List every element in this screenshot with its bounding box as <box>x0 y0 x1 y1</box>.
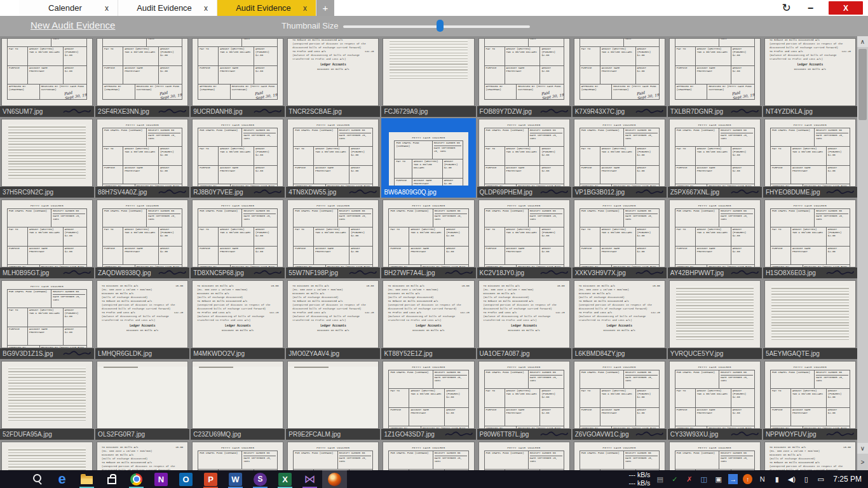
thumbnail-cell[interactable]: To Discount on Bills A/c15.00(Rs. 600 zo… <box>573 280 667 359</box>
thumbnail-cell[interactable]: FCJ6729A9.jpg <box>381 37 475 117</box>
battery-icon[interactable]: ▮ <box>772 474 782 484</box>
powerpoint-icon[interactable]: P <box>198 470 223 488</box>
word-icon[interactable]: W <box>223 470 248 488</box>
thumbnail-cell[interactable]: PETTY CASH VOUCHER FOR CHAPEL FUND (COMM… <box>763 199 857 278</box>
thumbnail-cell[interactable]: PETTY CASH VOUCHER FOR CHAPEL FUND (COMM… <box>286 118 380 198</box>
thumbnail-cell[interactable]: OLS2FG0R7.jpg <box>95 360 189 440</box>
thumbnail-cell[interactable]: To Discount on Bills A/c15.00(Rs. 600 zo… <box>381 280 475 359</box>
thumbnail-cell[interactable]: PETTY CASH VOUCHER FOR CHAPEL FUND (COMM… <box>286 441 380 470</box>
thumbnail-cell[interactable]: PETTY CASH VOUCHER FOR CHAPEL FUND (COMM… <box>191 441 285 470</box>
thumbnail-cell[interactable]: PETTY CASH VOUCHER FOR CHAPEL FUND (COMM… <box>668 360 762 440</box>
thumbnail-cell[interactable]: PETTY CASH VOUCHER FOR CHAPEL FUND (COMM… <box>191 199 285 278</box>
store-icon[interactable] <box>99 470 124 488</box>
thumbnail-cell[interactable]: YVRQUCE5YV.jpg <box>668 280 762 359</box>
thumbnail-cell[interactable]: PETTY CASH VOUCHER FOR CHAPEL FUND (COMM… <box>381 199 475 278</box>
clock[interactable]: 7:25 PM <box>833 475 862 484</box>
tab-audit-evidence-1[interactable]: Audit Evidence x <box>118 0 217 16</box>
vertical-scrollbar[interactable]: ∧ ∨ > <box>857 36 868 470</box>
thumbnail-cell[interactable]: PETTY CASH VOUCHER FOR CHAPEL FUND (COMM… <box>763 118 857 198</box>
volume-icon[interactable]: ◀) <box>787 474 796 484</box>
image-viewer-icon[interactable] <box>322 470 347 488</box>
thumbnail-cell[interactable]: PETTY CASH VOUCHER FOR CHAPEL FUND (COMM… <box>668 199 762 278</box>
sync-app-icon[interactable]: S <box>248 470 273 488</box>
thumbnail-cell[interactable]: To Discount on Bills A/c15.00(Rs. 600 zo… <box>763 441 857 470</box>
tab-audit-evidence-2[interactable]: Audit Evidence x <box>217 0 316 16</box>
thumbnail-cell[interactable]: PETTY CASH VOUCHER FOR CHAPEL FUND (COMM… <box>573 37 667 117</box>
thumbnail-cell[interactable]: PETTY CASH VOUCHER FOR CHAPEL FUND (COMM… <box>573 199 667 278</box>
thumbnail-cell[interactable]: PETTY CASH VOUCHER FOR CHAPEL FUND (COMM… <box>381 360 475 440</box>
thumbnail-cell[interactable]: PETTY CASH VOUCHER FOR CHAPEL FUND (COMM… <box>573 441 667 470</box>
upload-icon[interactable]: ↑ <box>743 474 752 484</box>
new-audit-evidence-link[interactable]: New Audit Evidence <box>31 20 115 30</box>
capture-icon[interactable]: ▣ <box>714 474 723 484</box>
search-icon[interactable] <box>25 470 50 488</box>
thumbnail-cell[interactable]: PETTY CASH VOUCHER FOR CHAPEL FUND (COMM… <box>477 441 571 470</box>
thumbnail-cell[interactable]: PETTY CASH VOUCHER FOR CHAPEL FUND (COMM… <box>573 118 667 198</box>
thumbnail-cell[interactable]: 52FDUFA95A.jpg <box>0 360 94 440</box>
cloud-error-icon[interactable]: ✗ <box>684 474 694 484</box>
usb-safe-remove-icon[interactable]: ✓ <box>670 474 679 484</box>
thumbnail-cell[interactable]: PETTY CASH VOUCHER FOR CHAPEL FUND (COMM… <box>95 199 189 278</box>
thumbnail-cell[interactable]: PETTY CASH VOUCHER FOR CHAPEL FUND (COMM… <box>191 37 285 117</box>
tab-close-icon[interactable]: x <box>203 4 209 13</box>
network-icon[interactable]: ▯ <box>801 474 811 484</box>
thumbnail-image: PETTY CASH VOUCHER FOR CHAPEL FUND (COMM… <box>479 119 569 186</box>
thumbnail-cell[interactable]: PETTY CASH VOUCHER FOR CHAPEL FUND (COMM… <box>668 118 762 198</box>
start-icon[interactable] <box>0 470 25 488</box>
thumbnail-cell[interactable]: PETTY CASH VOUCHER FOR CHAPEL FUND (COMM… <box>668 37 762 117</box>
thumbnail-cell[interactable]: PETTY CASH VOUCHER FOR CHAPEL FUND (COMM… <box>0 280 94 359</box>
thumbnail-cell[interactable]: PETTY CASH VOUCHER FOR CHAPEL FUND (COMM… <box>477 360 571 440</box>
thumbnail-cell[interactable]: 5AEYMGAQTE.jpg <box>763 280 857 359</box>
thumbnail-cell[interactable]: PETTY CASH VOUCHER FOR CHAPEL FUND (COMM… <box>95 118 189 198</box>
thumbnail-cell[interactable]: PETTY CASH VOUCHER FOR CHAPEL FUND (COMM… <box>668 441 762 470</box>
scroll-up-button[interactable]: ∧ <box>857 36 868 47</box>
thumbnail-cell[interactable]: PETTY CASH VOUCHER FOR CHAPEL FUND (COMM… <box>573 360 667 440</box>
excel-icon[interactable]: X <box>273 470 297 488</box>
file-explorer-icon[interactable] <box>74 470 99 488</box>
thumbnail-cell[interactable]: PR9E2FCALM.jpg <box>286 360 380 440</box>
close-button[interactable]: X <box>829 1 863 15</box>
thumbnail-cell[interactable] <box>0 441 94 470</box>
scroll-right-button[interactable]: > <box>857 457 868 468</box>
thumbnail-cell[interactable]: To Discount on Bills A/c15.00(Rs. 600 zo… <box>191 280 285 359</box>
thumbnail-cell[interactable]: PETTY CASH VOUCHER FOR CHAPEL FUND (COMM… <box>0 37 94 117</box>
outlook-icon[interactable]: O <box>173 470 198 488</box>
thumbnail-cell[interactable]: To Discount on Bills A/c15.00(Rs. 600 zo… <box>95 280 189 359</box>
thumbnail-cell[interactable]: PETTY CASH VOUCHER FOR CHAPEL FUND (COMM… <box>477 37 571 117</box>
new-tab-button[interactable]: + <box>316 0 334 16</box>
minimize-button[interactable]: − <box>808 3 813 14</box>
thumbnail-cell[interactable]: To Discount on Bills A/c15.00(Rs. 600 zo… <box>763 37 857 117</box>
visual-studio-icon[interactable]: ⋈ <box>297 470 322 488</box>
thumbnail-size-slider[interactable] <box>343 21 530 31</box>
thumbnail-cell[interactable]: PETTY CASH VOUCHER FOR CHAPEL FUND (COMM… <box>381 441 475 470</box>
chrome-icon[interactable] <box>124 470 149 488</box>
thumbnail-cell[interactable]: PETTY CASH VOUCHER FOR CHAPEL FUND (COMM… <box>191 118 285 198</box>
device-icon[interactable]: ◫ <box>699 474 709 484</box>
thumbnail-cell[interactable]: PETTY CASH VOUCHER FOR CHAPEL FUND (COMM… <box>477 199 571 278</box>
slider-thumb[interactable] <box>437 20 444 32</box>
snip-icon[interactable]: N <box>757 474 767 484</box>
thumbnail-cell[interactable]: PETTY CASH VOUCHER FOR CHAPEL FUND (COMM… <box>286 199 380 278</box>
thumbnail-cell[interactable]: PETTY CASH VOUCHER FOR CHAPEL FUND (COMM… <box>95 37 189 117</box>
thumbnail-cell[interactable]: PETTY CASH VOUCHER FOR CHAPEL FUND (COMM… <box>381 118 475 198</box>
action-center-icon[interactable]: ▭ <box>816 474 825 484</box>
tab-close-icon[interactable]: x <box>104 4 110 13</box>
scrollbar-thumb[interactable] <box>858 49 867 120</box>
tab-calender[interactable]: Calender x <box>19 0 118 16</box>
refresh-icon[interactable]: ↻ <box>782 1 790 15</box>
onenote-icon[interactable]: N <box>149 470 173 488</box>
thumbnail-cell[interactable]: 37H5RC9N2C.jpg <box>0 118 94 198</box>
thumbnail-cell[interactable]: To Discount on Bills A/c15.00(Rs. 600 zo… <box>286 37 380 117</box>
thumbnail-cell[interactable]: PETTY CASH VOUCHER FOR CHAPEL FUND (COMM… <box>477 118 571 198</box>
thumbnail-cell[interactable]: To Discount on Bills A/c15.00(Rs. 600 zo… <box>477 280 571 359</box>
thumbnail-cell[interactable]: PETTY CASH VOUCHER FOR CHAPEL FUND (COMM… <box>0 199 94 278</box>
sync-blue-icon[interactable]: → <box>728 474 738 484</box>
thumbnail-cell[interactable]: To Discount on Bills A/c15.00(Rs. 600 zo… <box>95 441 189 470</box>
scroll-down-button[interactable]: ∨ <box>857 443 868 454</box>
thumbnail-cell[interactable]: PETTY CASH VOUCHER FOR CHAPEL FUND (COMM… <box>763 360 857 440</box>
thumbnail-cell[interactable]: To Discount on Bills A/c15.00(Rs. 600 zo… <box>286 280 380 359</box>
thumbnail-cell[interactable]: C23ZU69MQ.jpg <box>191 360 285 440</box>
edge-icon[interactable]: e <box>50 470 74 488</box>
display-tray-icon[interactable]: ▤ <box>655 474 665 484</box>
tab-close-icon[interactable]: x <box>302 4 308 13</box>
